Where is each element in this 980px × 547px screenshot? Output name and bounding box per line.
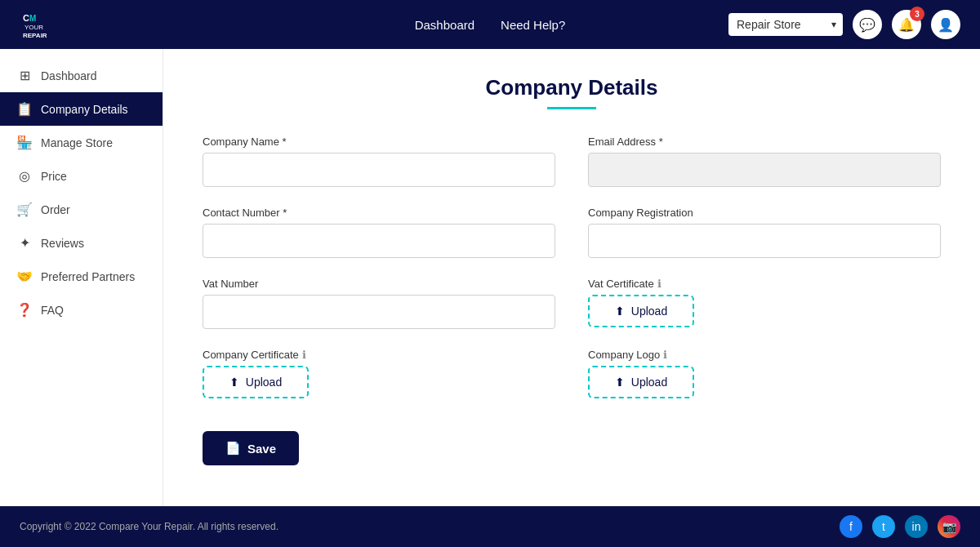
layout: ⊞ Dashboard 📋 Company Details 🏪 Manage S… [0,49,980,506]
sidebar-label-reviews: Reviews [41,237,84,250]
sidebar-label-dashboard: Dashboard [41,69,97,82]
vat-certificate-group: Vat Certificate ℹ ⬆ Upload [588,278,941,329]
footer-social: f t in 📷 [840,515,960,538]
company-registration-input[interactable] [588,224,941,258]
profile-button[interactable]: 👤 [931,10,960,39]
footer: Copyright © 2022 Compare Your Repair. Al… [0,506,980,547]
save-button[interactable]: 📄 Save [203,431,299,465]
email-label: Email Address * [588,136,941,148]
company-logo-label: Company Logo ℹ [588,349,941,361]
price-icon: ◎ [16,168,33,184]
faq-icon: ❓ [16,302,33,318]
save-section: 📄 Save [203,418,941,465]
contact-number-label: Contact Number * [203,207,555,219]
main-content: Company Details Company Name * Email Add… [163,49,980,506]
email-input[interactable] [588,153,941,187]
sidebar-label-order: Order [41,203,70,216]
linkedin-icon[interactable]: in [905,515,928,538]
sidebar-item-faq[interactable]: ❓ FAQ [0,293,163,327]
vat-certificate-upload-button[interactable]: ⬆ Upload [588,295,694,327]
vat-certificate-label: Vat Certificate ℹ [588,278,941,290]
company-registration-group: Company Registration [588,207,941,258]
logo-icon: C M YOUR REPAIR [20,8,52,41]
company-logo-info-icon[interactable]: ℹ [663,349,667,361]
sidebar-label-preferred-partners: Preferred Partners [41,270,135,283]
svg-text:C: C [23,13,29,23]
store-select-wrapper: Repair Store Other Store [728,13,843,36]
sidebar-label-price: Price [41,170,67,183]
upload-icon-vat: ⬆ [615,305,625,318]
sidebar-item-order[interactable]: 🛒 Order [0,193,163,226]
sidebar-item-dashboard[interactable]: ⊞ Dashboard [0,59,163,92]
facebook-icon[interactable]: f [840,515,862,538]
company-certificate-info-icon[interactable]: ℹ [302,349,306,361]
instagram-icon[interactable]: 📷 [938,515,960,538]
chat-icon: 💬 [859,17,875,33]
logo: C M YOUR REPAIR [20,8,52,41]
sidebar-item-manage-store[interactable]: 🏪 Manage Store [0,126,163,159]
svg-text:M: M [29,14,36,23]
company-name-group: Company Name * [203,136,555,187]
user-icon: 👤 [938,17,954,33]
company-logo-group: Company Logo ℹ ⬆ Upload [588,349,941,398]
company-registration-label: Company Registration [588,207,941,219]
notification-badge: 3 [910,7,924,21]
save-label: Save [247,442,276,456]
company-certificate-group: Company Certificate ℹ ⬆ Upload [203,349,555,398]
vat-certificate-info-icon[interactable]: ℹ [657,278,662,290]
upload-icon-logo: ⬆ [615,376,625,389]
order-icon: 🛒 [16,202,33,217]
company-cert-upload-label: Upload [246,376,282,389]
upload-icon-company-cert: ⬆ [229,376,239,389]
sidebar-item-reviews[interactable]: ✦ Reviews [0,226,163,260]
copyright-text: Copyright © 2022 Compare Your Repair. Al… [20,521,278,532]
sidebar-item-price[interactable]: ◎ Price [0,159,163,193]
title-underline [547,107,596,109]
sidebar-item-company-details[interactable]: 📋 Company Details [0,92,163,126]
chat-button[interactable]: 💬 [853,10,882,39]
company-name-label: Company Name * [203,136,555,148]
sidebar-label-manage-store: Manage Store [41,136,113,149]
svg-text:YOUR: YOUR [24,24,43,31]
vat-number-label: Vat Number [203,278,555,290]
header-nav: Dashboard Need Help? [415,18,566,32]
header: C M YOUR REPAIR Dashboard Need Help? Rep… [0,0,980,49]
vat-number-input[interactable] [203,295,555,329]
contact-number-input[interactable] [203,224,555,258]
notification-button[interactable]: 🔔 3 [892,10,921,39]
dashboard-icon: ⊞ [16,68,33,83]
sidebar-item-preferred-partners[interactable]: 🤝 Preferred Partners [0,260,163,293]
company-details-form: Company Name * Email Address * Contact N… [203,136,941,398]
sidebar-label-faq: FAQ [41,304,64,317]
page-title: Company Details [203,75,941,100]
nav-dashboard[interactable]: Dashboard [415,18,474,32]
vat-upload-label: Upload [631,305,667,318]
nav-help[interactable]: Need Help? [501,18,565,32]
header-right: Repair Store Other Store 💬 🔔 3 👤 [728,10,960,39]
svg-text:REPAIR: REPAIR [23,32,47,39]
manage-store-icon: 🏪 [16,135,33,150]
company-name-input[interactable] [203,153,555,187]
logo-upload-label: Upload [631,376,667,389]
company-logo-upload-button[interactable]: ⬆ Upload [588,366,694,398]
preferred-partners-icon: 🤝 [16,269,33,284]
email-address-group: Email Address * [588,136,941,187]
company-certificate-upload-button[interactable]: ⬆ Upload [203,366,309,398]
company-certificate-label: Company Certificate ℹ [203,349,555,361]
sidebar: ⊞ Dashboard 📋 Company Details 🏪 Manage S… [0,49,163,506]
reviews-icon: ✦ [16,235,33,251]
store-selector[interactable]: Repair Store Other Store [728,13,843,36]
sidebar-label-company-details: Company Details [41,103,128,116]
vat-number-group: Vat Number [203,278,555,329]
twitter-icon[interactable]: t [872,515,895,538]
save-icon: 📄 [225,441,241,456]
company-details-icon: 📋 [16,101,33,117]
contact-number-group: Contact Number * [203,207,555,258]
